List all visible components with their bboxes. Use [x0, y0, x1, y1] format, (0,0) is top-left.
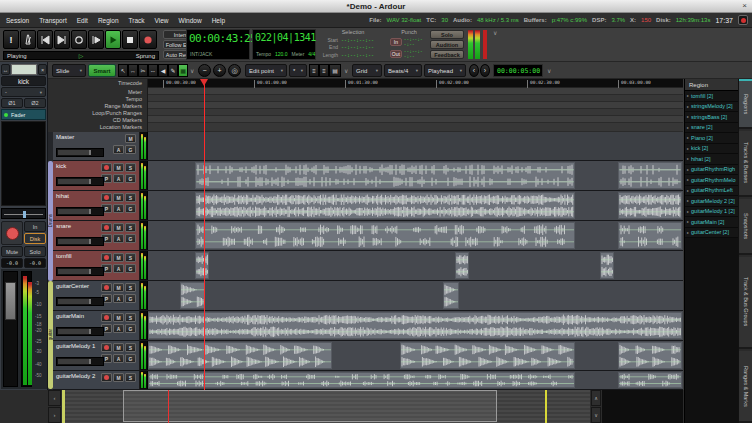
timecode-ruler[interactable]: 00:00:30:00 00:01:00:00 00:01:30:00 00:0… — [148, 79, 683, 88]
strip-width-button[interactable]: ↔ — [1, 64, 10, 75]
audio-region[interactable] — [195, 192, 575, 219]
record-arm-button[interactable] — [101, 283, 112, 292]
goto-start-button[interactable] — [37, 30, 53, 49]
audio-region[interactable] — [618, 222, 682, 249]
punch-out-value[interactable]: --:--:--:-- — [404, 49, 428, 59]
mouse-audition-button[interactable]: ◀ — [158, 64, 168, 77]
automation-button[interactable]: A — [113, 145, 124, 154]
scroll-up-button[interactable]: ∧ — [591, 390, 601, 406]
summary-body[interactable] — [65, 390, 590, 423]
audio-region[interactable] — [455, 252, 469, 279]
mute-button[interactable]: M — [113, 163, 124, 172]
track-header[interactable]: guitarCenter M S P A G — [53, 281, 140, 310]
playhead-marker[interactable] — [200, 79, 208, 86]
tempo-ruler[interactable] — [148, 95, 683, 102]
audio-region[interactable] — [618, 372, 682, 388]
zoom-focus-select[interactable]: Playhead ▾ — [424, 64, 466, 77]
track-fader[interactable] — [56, 148, 104, 157]
track-fader[interactable] — [56, 207, 104, 216]
gain-fader[interactable] — [3, 271, 18, 387]
region-list-item[interactable]: ▸Piano [2] — [685, 133, 738, 144]
solo-button[interactable]: S — [125, 373, 136, 382]
menu-view[interactable]: View — [155, 17, 169, 24]
region-list-item[interactable]: ▸tomfill [2] — [685, 91, 738, 102]
audio-region[interactable] — [148, 342, 332, 369]
audio-region[interactable] — [618, 342, 682, 369]
solo-button[interactable]: Solo — [24, 246, 46, 257]
audio-region[interactable] — [195, 222, 575, 249]
edit-mode-select[interactable]: Slide ▾ — [52, 64, 86, 77]
save-view-button[interactable]: ▤ — [329, 64, 341, 77]
tab-ranges-marks[interactable]: Ranges & Marks — [739, 351, 752, 423]
punch-in-value[interactable]: --:--:--:-- — [404, 37, 428, 47]
record-button[interactable] — [139, 30, 157, 49]
window-close-icon[interactable]: × — [742, 1, 747, 10]
audio-region[interactable] — [195, 252, 209, 279]
selection-length[interactable]: --:--:--:-- — [341, 52, 374, 58]
automation-button[interactable]: A — [113, 294, 124, 303]
scroll-down-button[interactable]: ∨ — [591, 407, 601, 423]
mute-button[interactable]: M — [113, 343, 124, 352]
mute-button[interactable]: M — [113, 283, 124, 292]
track-canvas[interactable] — [148, 251, 683, 280]
track-canvas[interactable] — [148, 221, 683, 250]
track-header[interactable]: snare M S P A G — [53, 221, 140, 250]
track-fader[interactable] — [56, 297, 104, 306]
region-list-item[interactable]: ▸guitarRhythmRigh — [685, 165, 738, 176]
record-arm-button[interactable] — [101, 223, 112, 232]
processor-fader[interactable]: Fader — [1, 109, 46, 120]
record-arm-button[interactable] — [101, 253, 112, 262]
region-list-item[interactable]: ▸guitarCenter [2] — [685, 228, 738, 239]
midi-panic-button[interactable]: ! — [3, 30, 19, 49]
strip-name-entry[interactable] — [11, 64, 37, 75]
track-canvas[interactable] — [148, 311, 683, 340]
solo-button[interactable]: S — [125, 163, 136, 172]
mouse-range-button[interactable]: ↔ — [128, 64, 138, 77]
solo-button[interactable]: S — [125, 313, 136, 322]
mute-button[interactable]: M — [125, 134, 136, 143]
expand-tracks-button[interactable]: ≡ — [319, 64, 329, 77]
record-arm-button[interactable] — [101, 373, 112, 382]
group-button[interactable]: G — [125, 324, 136, 333]
nudge-clock[interactable]: 00:00:05:00 — [493, 64, 543, 77]
processor-box[interactable] — [1, 121, 46, 206]
ruler-area[interactable]: 00:00:30:00 00:01:00:00 00:01:30:00 00:0… — [148, 79, 683, 132]
chevron-down-icon[interactable]: ∨ — [344, 67, 348, 74]
phase-2-button[interactable]: Ø2 — [24, 98, 46, 108]
region-list-item[interactable]: ▸kick [2] — [685, 144, 738, 155]
ruler-label-range-markers[interactable]: Range Markers — [104, 103, 142, 109]
menu-session[interactable]: Session — [6, 17, 29, 24]
mouse-grab-button[interactable]: ↖ — [118, 64, 128, 77]
menu-help[interactable]: Help — [212, 17, 225, 24]
track-header[interactable]: guitarMelody 2 M S — [53, 371, 140, 389]
phase-1-button[interactable]: Ø1 — [1, 98, 23, 108]
audio-region[interactable] — [618, 162, 682, 189]
track-fader[interactable] — [56, 237, 104, 246]
track-canvas[interactable] — [148, 281, 683, 310]
nudge-forward-button[interactable]: › — [480, 64, 490, 77]
region-list-item[interactable]: ▸guitarMelody 1 [2] — [685, 207, 738, 218]
selection-start[interactable]: --:--:--:-- — [341, 37, 374, 43]
selection-end[interactable]: --:--:--:-- — [341, 44, 374, 50]
audio-region[interactable] — [618, 192, 682, 219]
automation-button[interactable]: A — [113, 234, 124, 243]
record-arm-button[interactable] — [101, 313, 112, 322]
scroll-right-button[interactable]: › — [48, 407, 61, 423]
automation-button[interactable]: A — [113, 264, 124, 273]
scroll-left-button[interactable]: ‹ — [48, 390, 61, 406]
mouse-draw-button[interactable]: ✎ — [168, 64, 178, 77]
track-canvas[interactable] — [148, 191, 683, 220]
gain-display[interactable]: -0.0 — [1, 258, 23, 268]
track-header[interactable]: guitarMain M S P A G — [53, 311, 140, 340]
tab-tracks-busses[interactable]: Tracks & Busses — [739, 131, 752, 197]
ruler-label-timecode[interactable]: Timecode — [118, 80, 142, 86]
region-list-item[interactable]: ▸stringsBass [2] — [685, 112, 738, 123]
goto-end-button[interactable] — [54, 30, 70, 49]
zoom-out-button[interactable]: − — [198, 64, 211, 77]
track-canvas[interactable] — [148, 132, 683, 160]
tab-snapshots[interactable]: Snapshots — [739, 199, 752, 255]
tab-regions[interactable]: Regions — [739, 79, 752, 129]
mouse-cut-button[interactable]: ✂ — [138, 64, 148, 77]
play-range-button[interactable] — [88, 30, 104, 49]
audio-region[interactable] — [400, 342, 575, 369]
